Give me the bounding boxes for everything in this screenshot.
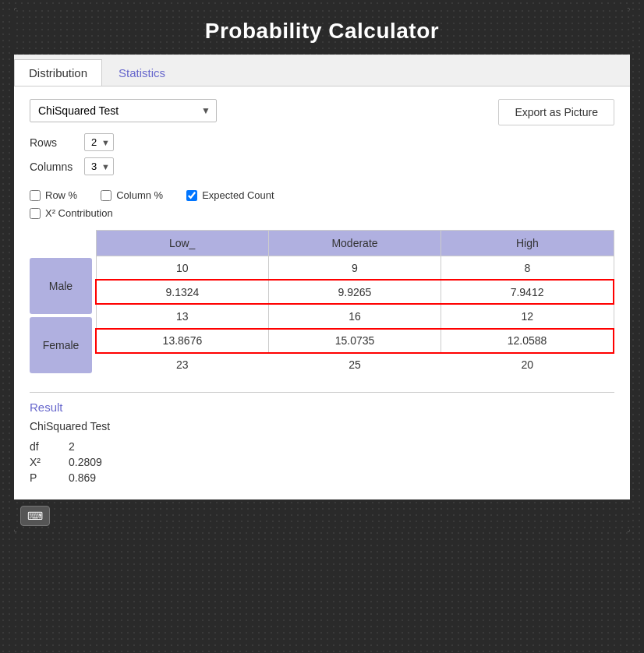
row-label-female[interactable]: Female	[30, 317, 92, 373]
stat-df-row: df 2	[30, 440, 614, 453]
stat-p-label: P	[30, 471, 53, 484]
expected-count-checkbox-label[interactable]: Expected Count	[186, 189, 274, 201]
col-header-low[interactable]: Low_	[96, 231, 268, 256]
rows-label: Rows	[30, 136, 84, 149]
column-percent-checkbox[interactable]	[101, 190, 111, 201]
table-row: 10 9 8	[96, 256, 614, 281]
row-percent-label: Row %	[45, 189, 77, 201]
total-high: 20	[441, 353, 614, 376]
rows-select-wrapper: 2345 ▼	[84, 133, 114, 151]
x2-contribution-checkbox[interactable]	[30, 208, 41, 219]
table-row: 9.1324 9.9265 7.9412	[96, 280, 614, 304]
columns-select[interactable]: 3245	[84, 157, 114, 175]
test-dropdown-wrapper: ChiSquared Test ▼	[30, 99, 217, 122]
stat-df-value: 2	[69, 440, 75, 453]
contingency-table: Low_ Moderate High 10 9 8	[95, 230, 614, 376]
stat-x2-value: 0.2809	[69, 456, 102, 468]
table-row: 13.8676 15.0735 12.0588	[96, 329, 614, 353]
totals-row: 23 25 20	[96, 353, 614, 376]
cell-male-high[interactable]: 8	[441, 256, 614, 281]
cell-female-low[interactable]: 13	[96, 304, 268, 328]
stat-p-value: 0.869	[69, 471, 96, 484]
row-percent-checkbox-label[interactable]: Row %	[30, 189, 77, 201]
tab-distribution[interactable]: Distribution	[14, 59, 102, 86]
export-picture-button[interactable]: Export as Picture	[498, 99, 614, 125]
tabs-bar: Distribution Statistics	[14, 55, 630, 86]
total-low: 23	[96, 353, 268, 376]
row-percent-checkbox[interactable]	[30, 190, 41, 201]
data-table-area: Male Female Low_ Moderate High	[30, 230, 614, 376]
stat-x2-label: X²	[30, 456, 53, 468]
x2-contribution-label: X² Contribution	[45, 207, 113, 219]
table-row: 13 16 12	[96, 304, 614, 328]
cell-male-expected-low: 9.1324	[96, 280, 268, 304]
row-label-male[interactable]: Male	[30, 258, 92, 314]
rows-select[interactable]: 2345	[84, 133, 114, 151]
columns-select-wrapper: 3245 ▼	[84, 157, 114, 175]
cell-male-expected-moderate: 9.9265	[268, 280, 441, 304]
stat-x2-row: X² 0.2809	[30, 456, 614, 468]
cell-female-expected-low: 13.8676	[96, 329, 268, 353]
cell-female-moderate[interactable]: 16	[268, 304, 441, 328]
columns-label: Columns	[30, 161, 84, 173]
keyboard-area: ⌨	[14, 499, 630, 532]
stat-df-label: df	[30, 440, 53, 453]
test-dropdown[interactable]: ChiSquared Test	[30, 99, 217, 122]
cell-male-low[interactable]: 10	[96, 256, 268, 281]
tab-statistics[interactable]: Statistics	[104, 59, 180, 86]
x2-contribution-checkbox-label[interactable]: X² Contribution	[30, 207, 113, 219]
result-section: Result ChiSquared Test df 2 X² 0.2809 P …	[30, 392, 614, 484]
cell-male-expected-high: 7.9412	[441, 280, 614, 304]
cell-male-moderate[interactable]: 9	[268, 256, 441, 281]
cell-female-expected-high: 12.0588	[441, 329, 614, 353]
app-title: Probability Calculator	[14, 8, 630, 55]
expected-count-label: Expected Count	[202, 189, 274, 201]
row-labels-column: Male Female	[30, 230, 92, 376]
column-percent-checkbox-label[interactable]: Column %	[101, 189, 163, 201]
keyboard-button[interactable]: ⌨	[20, 506, 50, 526]
result-stats: df 2 X² 0.2809 P 0.869	[30, 440, 614, 484]
stat-p-row: P 0.869	[30, 471, 614, 484]
column-percent-label: Column %	[116, 189, 163, 201]
result-test-name: ChiSquared Test	[30, 420, 614, 432]
col-header-moderate[interactable]: Moderate	[268, 231, 441, 256]
cell-female-high[interactable]: 12	[441, 304, 614, 328]
cell-female-expected-moderate: 15.0735	[268, 329, 441, 353]
result-title: Result	[30, 401, 614, 414]
expected-count-checkbox[interactable]	[186, 190, 197, 201]
total-moderate: 25	[268, 353, 441, 376]
col-header-high[interactable]: High	[441, 231, 614, 256]
